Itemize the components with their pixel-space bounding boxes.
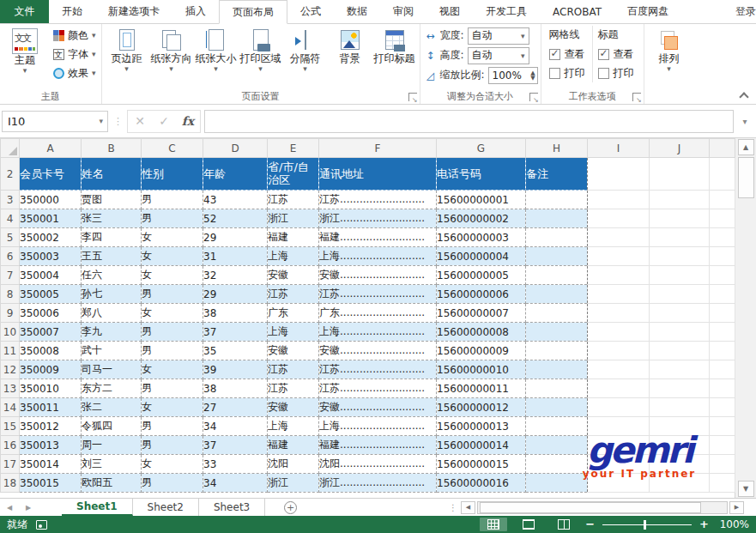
- cell[interactable]: 39: [203, 360, 268, 379]
- cell[interactable]: [588, 285, 650, 304]
- cell[interactable]: 贾图: [82, 191, 142, 209]
- cell[interactable]: 上海..........................: [319, 247, 437, 266]
- cell[interactable]: [526, 417, 588, 436]
- cell[interactable]: 周一: [82, 436, 142, 455]
- cell[interactable]: [710, 266, 735, 285]
- row-header-8[interactable]: 8: [1, 285, 20, 304]
- themes-button[interactable]: 主题 ▾: [3, 26, 47, 74]
- tab-百度网盘[interactable]: 百度网盘: [614, 0, 681, 23]
- cell[interactable]: 15600000002: [437, 209, 526, 228]
- page-layout-view-button[interactable]: [515, 518, 542, 531]
- cell[interactable]: 男: [142, 342, 203, 360]
- cell[interactable]: 张二: [82, 398, 142, 417]
- cell[interactable]: [588, 323, 650, 342]
- sign-in-link[interactable]: 登录: [735, 0, 756, 23]
- cell[interactable]: 江苏: [268, 379, 319, 398]
- normal-view-button[interactable]: [480, 518, 507, 531]
- cell[interactable]: [710, 191, 735, 209]
- cell[interactable]: [650, 342, 710, 360]
- cell[interactable]: 王五: [82, 247, 142, 266]
- cell[interactable]: 52: [203, 209, 268, 228]
- cell[interactable]: [526, 474, 588, 493]
- cell[interactable]: [588, 342, 650, 360]
- tab-新建选项卡[interactable]: 新建选项卡: [95, 0, 172, 23]
- column-header-C[interactable]: C: [142, 139, 203, 158]
- cell[interactable]: 15600000005: [437, 266, 526, 285]
- enter-icon[interactable]: ✓: [152, 114, 176, 128]
- macro-record-icon[interactable]: [36, 520, 47, 530]
- scroll-up-icon[interactable]: ▲: [738, 139, 754, 155]
- cell[interactable]: [710, 398, 735, 417]
- cell[interactable]: 江苏..........................: [319, 191, 437, 209]
- cell[interactable]: [588, 398, 650, 417]
- tab-审阅[interactable]: 审阅: [380, 0, 426, 23]
- row-header-13[interactable]: 13: [1, 379, 20, 398]
- cell[interactable]: 沈阳: [268, 455, 319, 474]
- zoom-level-text[interactable]: 100%: [717, 518, 749, 530]
- row-header-7[interactable]: 7: [1, 266, 20, 285]
- cell[interactable]: [588, 266, 650, 285]
- scroll-left-icon[interactable]: ◀: [461, 501, 475, 514]
- cell[interactable]: 15600000012: [437, 398, 526, 417]
- margins-button[interactable]: 页边距▾: [105, 26, 149, 72]
- cell[interactable]: [650, 398, 710, 417]
- tab-插入[interactable]: 插入: [172, 0, 219, 23]
- cell[interactable]: [588, 228, 650, 247]
- cell[interactable]: 350007: [20, 323, 82, 342]
- cell[interactable]: 350012: [20, 417, 82, 436]
- row-header-3[interactable]: 3: [1, 191, 20, 209]
- cell[interactable]: 15600000011: [437, 379, 526, 398]
- cell[interactable]: 350010: [20, 379, 82, 398]
- formula-bar-expand-icon[interactable]: ▾: [737, 117, 753, 126]
- cell[interactable]: 任六: [82, 266, 142, 285]
- cell[interactable]: 15600000004: [437, 247, 526, 266]
- theme-effects-button[interactable]: 效果 ▾: [51, 64, 99, 82]
- row-header-14[interactable]: 14: [1, 398, 20, 417]
- new-sheet-button[interactable]: +: [284, 501, 297, 514]
- cell[interactable]: 350003: [20, 247, 82, 266]
- cell[interactable]: [650, 323, 710, 342]
- cell[interactable]: 女: [142, 247, 203, 266]
- cell[interactable]: 32: [203, 266, 268, 285]
- cell[interactable]: 男: [142, 474, 203, 493]
- cell[interactable]: 350013: [20, 436, 82, 455]
- cell[interactable]: [588, 417, 650, 436]
- dialog-launcher-icon[interactable]: [529, 93, 538, 101]
- cell[interactable]: 福建: [268, 436, 319, 455]
- cell[interactable]: 15600000007: [437, 304, 526, 323]
- theme-fonts-button[interactable]: 字体 ▾: [51, 45, 99, 64]
- cell[interactable]: 江苏: [268, 191, 319, 209]
- cell[interactable]: 李九: [82, 323, 142, 342]
- scale-input[interactable]: 100% ▲▼: [488, 67, 538, 84]
- cell[interactable]: 350006: [20, 304, 82, 323]
- cell[interactable]: 江苏..........................: [319, 360, 437, 379]
- cell[interactable]: [650, 474, 710, 493]
- cell[interactable]: 女: [142, 360, 203, 379]
- cell[interactable]: 350001: [20, 209, 82, 228]
- paper-size-button[interactable]: 纸张大小▾: [194, 26, 239, 72]
- cell[interactable]: [650, 285, 710, 304]
- cell[interactable]: [650, 436, 710, 455]
- cell[interactable]: 广东..........................: [319, 304, 437, 323]
- cell[interactable]: 男: [142, 417, 203, 436]
- cell[interactable]: 350000: [20, 191, 82, 209]
- row-header-12[interactable]: 12: [1, 360, 20, 379]
- print-area-button[interactable]: 打印区域▾: [239, 26, 283, 72]
- cell[interactable]: [710, 417, 735, 436]
- tab-页面布局[interactable]: 页面布局: [219, 0, 287, 24]
- column-header-G[interactable]: G: [437, 139, 526, 158]
- column-header-B[interactable]: B: [82, 139, 142, 158]
- cell[interactable]: 福建: [268, 228, 319, 247]
- cell[interactable]: [526, 191, 588, 209]
- cell[interactable]: 沈阳..........................: [319, 455, 437, 474]
- cell[interactable]: [588, 379, 650, 398]
- cell[interactable]: 33: [203, 455, 268, 474]
- cell[interactable]: [526, 379, 588, 398]
- page-break-view-button[interactable]: [550, 518, 578, 531]
- cell[interactable]: [526, 304, 588, 323]
- cell[interactable]: [588, 474, 650, 493]
- cell[interactable]: [650, 191, 710, 209]
- cell[interactable]: [650, 158, 710, 191]
- cell[interactable]: 上海..........................: [319, 417, 437, 436]
- cell[interactable]: 男: [142, 191, 203, 209]
